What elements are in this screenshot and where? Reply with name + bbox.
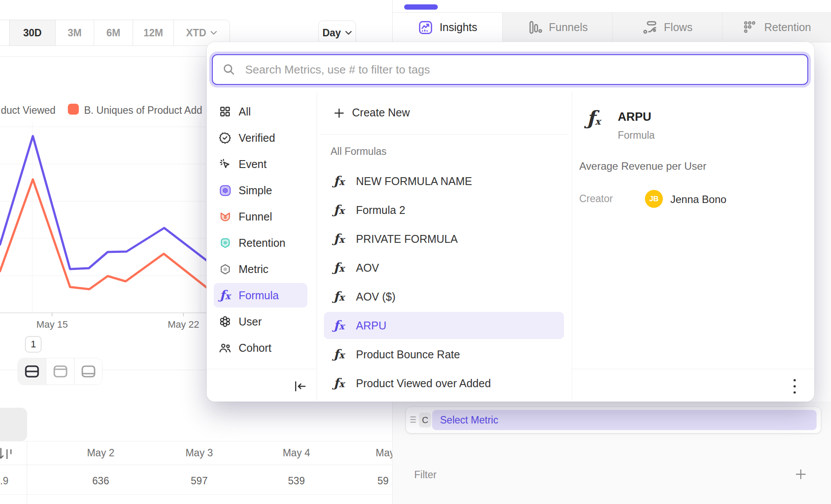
- event-cursor-icon: [218, 157, 232, 171]
- table-cell: 59: [377, 475, 389, 487]
- category-event[interactable]: Event: [207, 151, 317, 177]
- category-user[interactable]: User: [207, 308, 317, 335]
- list-section-label: All Formulas: [331, 146, 387, 158]
- table-top-border: [0, 441, 392, 441]
- fx-icon: ƒx: [334, 348, 345, 360]
- select-metric-button[interactable]: Select Metric: [432, 410, 817, 430]
- date-range-6m-button[interactable]: 6M: [94, 20, 133, 46]
- granularity-dropdown[interactable]: Day: [318, 21, 356, 45]
- category-verified[interactable]: Verified: [207, 125, 317, 151]
- category-metric[interactable]: Metric: [207, 256, 317, 282]
- category-simple[interactable]: Simple: [207, 177, 317, 203]
- x-axis-label: May 15: [36, 319, 68, 330]
- metric-picker-modal: All Verified Event Simple Funnel: [207, 42, 814, 402]
- layout-split-middle-button[interactable]: [18, 358, 46, 385]
- formula-list: ƒx NEW FORMULA NAME ƒx Formula 2 ƒx PRIV…: [317, 167, 572, 398]
- verified-badge-icon: [218, 131, 232, 145]
- active-report-tab-indicator: [404, 4, 438, 10]
- cohort-people-icon: [218, 341, 232, 355]
- category-all[interactable]: All: [207, 98, 317, 125]
- app-window: 30D 3M 6M 12M XTD Day duct Viewed B. Uni…: [0, 0, 831, 504]
- formula-detail-type: Formula: [618, 130, 655, 141]
- fx-icon: ƒx: [334, 175, 345, 187]
- list-divider: [320, 134, 568, 135]
- fx-icon: ƒx: [334, 204, 345, 216]
- create-new-button[interactable]: Create New: [352, 106, 410, 119]
- category-funnel[interactable]: Funnel: [207, 203, 317, 230]
- series-line-b: [0, 179, 209, 290]
- creator-avatar: JB: [645, 190, 663, 208]
- category-sidebar: All Verified Event Simple Funnel: [207, 98, 317, 361]
- date-range-12m-button[interactable]: 12M: [133, 20, 173, 46]
- table-corner-decoration: [0, 408, 27, 441]
- fx-icon: ƒx: [334, 319, 345, 332]
- table-header[interactable]: May 4: [283, 447, 310, 459]
- creator-name: Jenna Bono: [670, 193, 726, 206]
- table-header[interactable]: May 3: [186, 447, 213, 459]
- formula-item[interactable]: ƒx AOV: [317, 253, 572, 282]
- date-range-segmented-control: 30D 3M 6M 12M XTD: [0, 20, 230, 46]
- split-horizontal-icon: [25, 365, 39, 378]
- chevron-down-icon: [210, 31, 217, 35]
- split-bottom-icon: [81, 365, 96, 378]
- date-range-30d-button[interactable]: 30D: [9, 20, 55, 46]
- insights-icon: [418, 20, 433, 35]
- date-range-3m-button[interactable]: 3M: [55, 20, 94, 46]
- formula-item-selected[interactable]: ƒx ARPU: [317, 311, 572, 340]
- formula-item[interactable]: ƒx Product Bounce Rate: [317, 340, 572, 369]
- table-cell: 539: [288, 475, 305, 487]
- formula-item[interactable]: ƒx Product Viewed over Added: [317, 369, 572, 398]
- detail-divider: [572, 92, 572, 401]
- simple-metric-icon: [218, 183, 232, 197]
- layout-split-top-button[interactable]: [46, 358, 74, 385]
- series-line-a: [0, 136, 209, 269]
- add-filter-button[interactable]: [795, 468, 807, 480]
- sort-descending-icon[interactable]: [0, 446, 15, 462]
- table-cell: 636: [92, 475, 109, 487]
- category-cohort[interactable]: Cohort: [207, 335, 317, 361]
- table-header[interactable]: May 2: [87, 447, 115, 459]
- date-range-partial-button[interactable]: [0, 20, 9, 46]
- funnel-metric-icon: [218, 210, 232, 224]
- search-input[interactable]: [245, 63, 799, 77]
- grid-icon: [218, 105, 232, 119]
- report-type-tabbar: Insights Funnels: [393, 13, 831, 42]
- formula-detail-description: Average Revenue per User: [579, 160, 706, 172]
- detail-footer-divider: [572, 369, 814, 369]
- collapse-sidebar-icon[interactable]: [293, 380, 307, 393]
- formula-fx-icon: ƒx: [218, 288, 232, 302]
- search-icon: [222, 63, 236, 76]
- x-axis-label: May 22: [168, 319, 199, 330]
- chevron-down-icon: [345, 31, 352, 35]
- tab-flows[interactable]: Flows: [613, 13, 722, 42]
- table-header-divider: [0, 465, 392, 465]
- fx-icon: ƒx: [334, 233, 345, 245]
- formula-detail-title: ARPU: [618, 110, 651, 124]
- metric-clause-card: C Select Metric: [406, 407, 821, 433]
- pagination-badge[interactable]: 1: [25, 336, 42, 353]
- clause-letter-badge[interactable]: C: [419, 413, 431, 427]
- table-header[interactable]: May: [376, 447, 392, 459]
- split-top-icon: [53, 365, 68, 378]
- formula-detail-fx-icon: ƒx: [587, 108, 600, 128]
- user-cluster-icon: [218, 315, 232, 329]
- metric-search-box: [212, 54, 808, 85]
- formula-item[interactable]: ƒx Formula 2: [317, 196, 572, 224]
- tab-retention[interactable]: Retention: [722, 13, 831, 42]
- formula-item[interactable]: ƒx NEW FORMULA NAME: [317, 167, 572, 196]
- more-options-icon[interactable]: [792, 378, 797, 395]
- filter-section-label: Filter: [414, 469, 437, 481]
- drag-handle-icon[interactable]: [410, 416, 416, 424]
- fx-icon: ƒx: [334, 290, 345, 303]
- formula-item[interactable]: ƒx PRIVATE FORMULA: [317, 224, 572, 253]
- category-formula[interactable]: ƒx Formula: [207, 282, 317, 308]
- table-cell: 597: [191, 475, 208, 487]
- category-retention[interactable]: Retention: [207, 230, 317, 256]
- plus-icon: [334, 108, 345, 119]
- layout-split-bottom-button[interactable]: [74, 358, 102, 385]
- formula-item[interactable]: ƒx AOV ($): [317, 282, 572, 311]
- tab-insights[interactable]: Insights: [393, 13, 503, 42]
- hexagon-metric-icon: [218, 262, 232, 276]
- tab-funnels[interactable]: Funnels: [503, 13, 613, 42]
- fx-icon: ƒx: [334, 262, 345, 274]
